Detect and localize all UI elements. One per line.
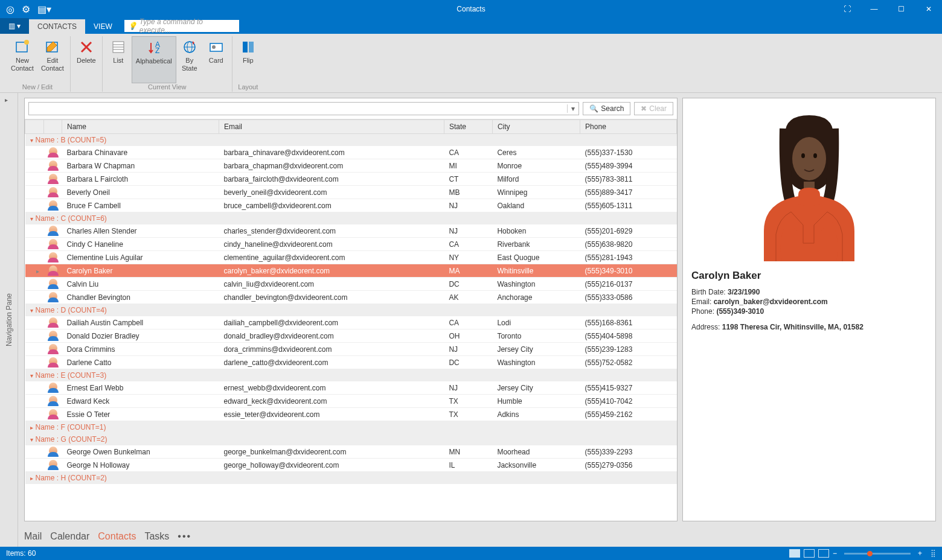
new-contact-button[interactable]: New Contact — [7, 36, 37, 83]
cell-name: Bruce F Cambell — [62, 199, 219, 212]
resize-grip-icon[interactable]: ⣿ — [931, 549, 936, 558]
table-row[interactable]: Barbara W Chapmanbarbara_chapman@dxvideo… — [25, 159, 677, 173]
group-row[interactable]: ▸Name : H (COUNT=2) — [25, 472, 677, 485]
fullscreen-icon[interactable]: ⛶ — [833, 0, 860, 18]
table-row[interactable]: Edward Keckedward_keck@dxvideorent.comTX… — [25, 395, 677, 408]
minimize-button[interactable]: — — [860, 0, 888, 18]
table-row[interactable]: Beverly Oneilbeverly_oneil@dxvideorent.c… — [25, 186, 677, 199]
tab-view[interactable]: VIEW — [85, 19, 121, 34]
cell-email: donald_bradley@dxvideorent.com — [219, 329, 444, 343]
svg-point-18 — [813, 153, 817, 158]
cell-email: carolyn_baker@dxvideorent.com — [219, 264, 444, 278]
gear-icon[interactable]: ⚙ — [22, 4, 30, 15]
cell-email: chandler_bevington@dxvideorent.com — [219, 291, 444, 304]
view-list-button[interactable]: List — [105, 36, 132, 83]
table-row[interactable]: Barbara L Fairclothbarbara_faircloth@dxv… — [25, 173, 677, 186]
col-phone[interactable]: Phone — [580, 120, 677, 134]
person-icon — [49, 147, 57, 156]
cell-email: barbara_chapman@dxvideorent.com — [219, 159, 444, 173]
close-button[interactable]: ✕ — [915, 0, 942, 18]
table-row[interactable]: Darlene Cattodarlene_catto@dxvideorent.c… — [25, 356, 677, 369]
table-row[interactable]: Dora Crimminsdora_crimmins@dxvideorent.c… — [25, 343, 677, 356]
cell-phone: (555)216-0137 — [580, 278, 677, 291]
file-menu[interactable]: ▥ ▾ — [0, 18, 29, 34]
cell-name: Donald Dozier Bradley — [62, 329, 219, 343]
nav-pane-collapsed[interactable]: ▸ Navigation Pane — [0, 93, 18, 547]
view-mode-2[interactable] — [804, 549, 815, 558]
table-row[interactable]: Cindy C Hanelinecindy_haneline@dxvideore… — [25, 238, 677, 251]
search-button[interactable]: 🔍Search — [583, 102, 630, 115]
col-expander — [25, 120, 44, 134]
table-row[interactable]: ▸Carolyn Bakercarolyn_baker@dxvideorent.… — [25, 264, 677, 278]
cell-name: George Owen Bunkelman — [62, 445, 219, 459]
view-card-button[interactable]: Card — [203, 36, 229, 83]
table-row[interactable]: Ernest Earl Webbernest_webb@dxvideorent.… — [25, 381, 677, 395]
cell-name: Barbara Chinavare — [62, 146, 219, 159]
detail-birth: 3/23/1990 — [728, 288, 760, 296]
person-icon — [49, 187, 57, 196]
group-row[interactable]: ▾Name : C (COUNT=6) — [25, 212, 677, 225]
palette-icon[interactable]: ▤▾ — [37, 4, 51, 15]
table-row[interactable]: Donald Dozier Bradleydonald_bradley@dxvi… — [25, 329, 677, 343]
table-row[interactable]: Bruce F Cambellbruce_cambell@dxvideorent… — [25, 199, 677, 212]
edit-contact-button[interactable]: Edit Contact — [37, 36, 68, 83]
col-city[interactable]: City — [492, 120, 580, 134]
ribbon-group-new-edit: New Contact Edit Contact New / Edit — [5, 36, 71, 92]
chevron-down-icon[interactable]: ▾ — [567, 104, 578, 113]
table-row[interactable]: Barbara Chinavarebarbara_chinavare@dxvid… — [25, 146, 677, 159]
cell-city: East Quogue — [492, 251, 580, 264]
table-row[interactable]: Chandler Bevingtonchandler_bevington@dxv… — [25, 291, 677, 304]
col-email[interactable]: Email — [219, 120, 444, 134]
nav-calendar[interactable]: Calendar — [50, 531, 89, 542]
flip-button[interactable]: Flip — [235, 36, 261, 83]
view-by-state-button[interactable]: By State — [176, 36, 203, 83]
grid-search-input[interactable]: ▾ — [28, 102, 579, 115]
tab-contacts[interactable]: CONTACTS — [29, 19, 85, 34]
maximize-button[interactable]: ☐ — [888, 0, 915, 18]
table-row[interactable]: Essie O Teteressie_teter@dxvideorent.com… — [25, 408, 677, 421]
cell-name: Barbara W Chapman — [62, 159, 219, 173]
view-mode-3[interactable] — [818, 549, 829, 558]
table-row[interactable]: Dailiah Austin Campbelldailiah_campbell@… — [25, 316, 677, 329]
compass-icon[interactable]: ◎ — [6, 4, 14, 15]
col-name[interactable]: Name — [62, 120, 219, 134]
person-icon — [49, 409, 57, 418]
cell-email: clementine_aguilar@dxvideorent.com — [219, 251, 444, 264]
group-row[interactable]: ▾Name : E (COUNT=3) — [25, 369, 677, 382]
nav-contacts[interactable]: Contacts — [98, 531, 136, 542]
zoom-out-icon[interactable]: − — [833, 549, 837, 558]
zoom-in-icon[interactable]: + — [918, 549, 922, 558]
view-alphabetical-button[interactable]: AZ Alphabetical — [132, 36, 176, 83]
nav-more[interactable]: ••• — [178, 531, 191, 542]
cell-phone: (555)415-9327 — [580, 381, 677, 395]
group-row[interactable]: ▾Name : B (COUNT=5) — [25, 134, 677, 147]
chevron-icon: ▾ — [30, 137, 33, 144]
alphabetical-icon: AZ — [146, 39, 162, 56]
zoom-slider[interactable] — [844, 553, 911, 555]
view-mode-1[interactable] — [789, 549, 800, 558]
command-search[interactable]: 💡 Type a command to execute... — [124, 20, 239, 32]
delete-button[interactable]: Delete — [73, 36, 100, 83]
cell-name: Edward Keck — [62, 395, 219, 408]
cell-phone: (555)281-1943 — [580, 251, 677, 264]
cell-state: CA — [444, 238, 492, 251]
group-row[interactable]: ▾Name : G (COUNT=2) — [25, 433, 677, 445]
nav-pane-label: Navigation Pane — [5, 293, 13, 346]
person-icon — [49, 266, 57, 274]
cell-email: calvin_liu@dxvideorent.com — [219, 278, 444, 291]
clear-button[interactable]: ✖Clear — [634, 102, 673, 115]
table-row[interactable]: Clementine Luis Aguilarclementine_aguila… — [25, 251, 677, 264]
table-row[interactable]: Charles Allen Stendercharles_stender@dxv… — [25, 224, 677, 238]
group-row[interactable]: ▾Name : D (COUNT=4) — [25, 304, 677, 317]
col-state[interactable]: State — [444, 120, 492, 134]
group-row[interactable]: ▸Name : F (COUNT=1) — [25, 421, 677, 434]
cell-email: darlene_catto@dxvideorent.com — [219, 356, 444, 369]
cell-email: bruce_cambell@dxvideorent.com — [219, 199, 444, 212]
svg-point-13 — [212, 45, 216, 49]
nav-mail[interactable]: Mail — [24, 531, 42, 542]
table-row[interactable]: George N Hollowaygeorge_holloway@dxvideo… — [25, 459, 677, 472]
nav-tasks[interactable]: Tasks — [144, 531, 169, 542]
cell-state: NJ — [444, 224, 492, 238]
table-row[interactable]: George Owen Bunkelmangeorge_bunkelman@dx… — [25, 445, 677, 459]
table-row[interactable]: Calvin Liucalvin_liu@dxvideorent.comDCWa… — [25, 278, 677, 291]
